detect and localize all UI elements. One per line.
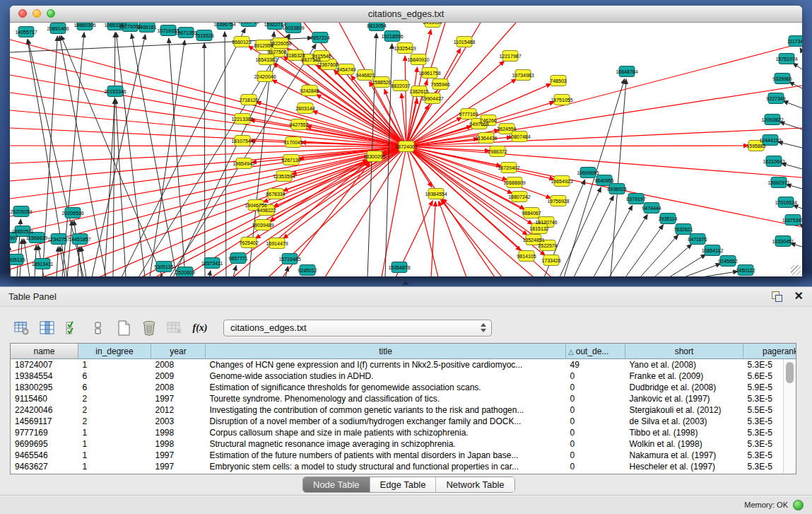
table-cell[interactable]: 2 — [78, 393, 151, 404]
table-cell[interactable]: 0 — [566, 370, 625, 382]
tab-network-table[interactable]: Network Table — [436, 477, 514, 492]
column-header-short[interactable]: short — [625, 344, 743, 359]
memory-status-label[interactable]: Memory: OK — [744, 501, 788, 509]
function-builder-icon[interactable]: f(x) — [189, 318, 211, 338]
delete-table-icon[interactable] — [164, 318, 185, 338]
rows-icon[interactable] — [88, 318, 109, 338]
column-header-name[interactable]: name — [11, 344, 78, 359]
column-header-pagerank[interactable]: pagerank — [743, 344, 797, 359]
table-row[interactable]: 911546021997Tourette syndrome. Phenomeno… — [11, 393, 796, 404]
table-cell[interactable]: 1 — [78, 461, 151, 472]
window-titlebar[interactable]: citations_edges.txt — [10, 6, 802, 23]
table-row[interactable]: 1830029562008Estimation of significance … — [11, 382, 796, 393]
memory-status-icon[interactable] — [793, 500, 804, 510]
table-cell[interactable]: Nakamura et al. (1997) — [625, 450, 743, 461]
table-vertical-scrollbar[interactable] — [783, 359, 796, 474]
table-cell[interactable]: Changes of HCN gene expression and I(f) … — [206, 359, 566, 371]
table-cell[interactable]: 2012 — [151, 404, 206, 416]
table-cell[interactable]: 9699695 — [11, 438, 78, 450]
column-header-indegree[interactable]: in_degree — [78, 344, 151, 359]
float-window-icon[interactable] — [771, 291, 782, 302]
table-cell[interactable]: 6 — [78, 382, 151, 393]
table-cell[interactable]: Jankovic et al. (1997) — [625, 393, 743, 404]
column-visibility-icon[interactable] — [37, 318, 58, 338]
table-cell[interactable]: Estimation of significance thresholds fo… — [206, 382, 566, 393]
column-header-title[interactable]: title — [206, 344, 566, 359]
table-selector-dropdown[interactable]: citations_edges.txt — [223, 320, 492, 337]
table-cell[interactable]: de Silva et al. (2003) — [625, 416, 743, 427]
table-cell[interactable]: 0 — [566, 461, 625, 472]
column-header-year[interactable]: year — [151, 344, 206, 359]
table-row[interactable]: 2242004622012Investigating the contribut… — [11, 404, 796, 416]
table-cell[interactable]: 18724007 — [11, 359, 78, 371]
table-cell[interactable]: 0 — [566, 427, 625, 438]
table-cell[interactable]: Stergiakouli et al. (2012) — [625, 404, 743, 416]
table-cell[interactable]: 1997 — [151, 450, 206, 461]
table-cell[interactable]: Corpus callosum shape and size in male p… — [206, 427, 566, 438]
table-cell[interactable]: 9115460 — [11, 393, 78, 404]
tab-edge-table[interactable]: Edge Table — [370, 477, 437, 492]
table-cell[interactable]: 1 — [78, 438, 151, 450]
delete-attribute-icon[interactable] — [139, 318, 160, 338]
network-canvas[interactable]: 1872400718300295193845541332541916640910… — [10, 23, 802, 276]
table-cell[interactable]: 1 — [78, 359, 151, 371]
attribute-table-icon[interactable] — [11, 318, 33, 338]
table-cell[interactable]: 1997 — [151, 461, 206, 472]
table-cell[interactable]: 9465546 — [11, 450, 78, 461]
table-row[interactable]: 946554611997Estimation of the future num… — [11, 450, 796, 461]
graph-edge — [787, 185, 802, 189]
table-cell[interactable]: 2008 — [151, 382, 206, 393]
table-cell[interactable]: Yano et al. (2008) — [625, 359, 743, 371]
table-cell[interactable]: 0 — [566, 404, 625, 416]
table-cell[interactable]: Disruption of a novel member of a sodium… — [206, 416, 566, 427]
table-row[interactable]: 1872400712008Changes of HCN gene express… — [11, 359, 796, 371]
table-cell[interactable]: 2008 — [151, 359, 206, 371]
table-cell[interactable]: Investigating the contribution of common… — [206, 404, 566, 416]
scrollbar-thumb[interactable] — [786, 362, 794, 383]
table-cell[interactable]: 0 — [566, 450, 625, 461]
table-cell[interactable]: Structural magnetic resonance image aver… — [206, 438, 566, 450]
table-cell[interactable]: Dudbridge et al. (2008) — [625, 382, 743, 393]
table-cell[interactable]: 1998 — [151, 438, 206, 450]
table-cell[interactable]: 6 — [78, 370, 151, 382]
table-row[interactable]: 946362711997Embryonic stem cells: a mode… — [11, 461, 796, 472]
table-row[interactable]: 1456911722003Disruption of a novel membe… — [11, 416, 796, 427]
column-header-outde[interactable]: △out_de... — [566, 344, 625, 359]
table-cell[interactable]: 0 — [566, 438, 625, 450]
table-cell[interactable]: 1 — [78, 427, 151, 438]
table-cell[interactable]: 9777169 — [11, 427, 78, 438]
table-cell[interactable]: 2003 — [151, 416, 206, 427]
table-cell[interactable]: Genome-wide association studies in ADHD. — [206, 370, 566, 382]
table-cell[interactable]: Estimation of the future numbers of pati… — [206, 450, 566, 461]
table-cell[interactable]: 0 — [566, 393, 625, 404]
window-resize-grip[interactable] — [791, 265, 801, 275]
table-cell[interactable]: Tourette syndrome. Phenomenology and cla… — [206, 393, 566, 404]
table-cell[interactable]: 22420046 — [11, 404, 78, 416]
table-cell[interactable]: 2 — [78, 416, 151, 427]
close-icon[interactable]: ✕ — [794, 289, 804, 303]
table-row[interactable]: 977716911998Corpus callosum shape and si… — [11, 427, 796, 438]
new-attribute-icon[interactable] — [113, 318, 134, 338]
table-cell[interactable]: Wolkin et al. (1998) — [625, 438, 743, 450]
table-cell[interactable]: 2009 — [151, 370, 206, 382]
table-cell[interactable]: 0 — [566, 416, 625, 427]
table-cell[interactable]: 19384554 — [11, 370, 78, 382]
tab-node-table[interactable]: Node Table — [303, 477, 370, 492]
table-cell[interactable]: Franke et al. (2009) — [625, 370, 743, 382]
table-cell[interactable]: 1 — [78, 450, 151, 461]
table-cell[interactable]: 1997 — [151, 393, 206, 404]
table-cell[interactable]: 18300295 — [11, 382, 78, 393]
table-cell[interactable]: 1998 — [151, 427, 206, 438]
table-cell[interactable]: 49 — [566, 359, 625, 371]
table-cell[interactable]: 9463627 — [11, 461, 78, 472]
table-cell[interactable]: Tibbo et al. (1998) — [625, 427, 743, 438]
table-cell[interactable]: 14569117 — [11, 416, 78, 427]
table-row[interactable]: 1938455462009Genome-wide association stu… — [11, 370, 796, 382]
split-divider-handle[interactable] — [402, 281, 409, 285]
select-attributes-icon[interactable] — [62, 318, 83, 338]
table-row[interactable]: 969969511998Structural magnetic resonanc… — [11, 438, 796, 450]
table-cell[interactable]: Embryonic stem cells: a model to study s… — [206, 461, 566, 472]
table-cell[interactable]: 2 — [78, 404, 151, 416]
table-cell[interactable]: Hescheler et al. (1997) — [625, 461, 743, 472]
table-cell[interactable]: 0 — [566, 382, 625, 393]
